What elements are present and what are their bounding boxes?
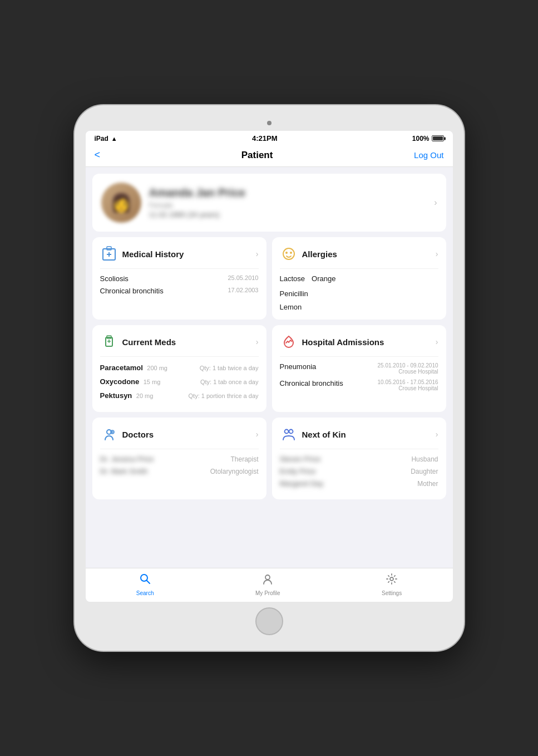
patient-dob: 11.02.1989 (34 years) — [149, 210, 427, 219]
condition-label: Scoliosis — [100, 274, 129, 283]
tab-search[interactable]: Search — [136, 573, 154, 596]
logout-button[interactable]: Log Out — [414, 150, 443, 160]
admission-dates: 10.05.2016 - 17.05.2016 — [378, 379, 438, 385]
doctor-role: Otolaryngologist — [210, 468, 259, 475]
svg-point-4 — [283, 248, 294, 259]
next-of-kin-header: Next of Kin › — [280, 425, 438, 443]
patient-card[interactable]: 👩 Amanda Jan Price Female 11.02.1989 (34… — [92, 174, 446, 232]
search-icon — [139, 573, 151, 588]
page-title: Patient — [241, 150, 273, 161]
table-row: Margaret Day Mother — [280, 479, 438, 488]
ipad-frame: iPad ▲ 4:21PM 100% < Patient Log Out 👩 — [75, 105, 464, 651]
ipad-screen: iPad ▲ 4:21PM 100% < Patient Log Out 👩 — [86, 131, 453, 602]
table-row: Pneumonia 25.01.2010 - 09.02.2010 Crouse… — [280, 362, 438, 375]
camera — [267, 121, 272, 125]
svg-line-17 — [146, 581, 150, 584]
allergies-header: Allergies › — [280, 245, 438, 263]
condition-label: Chronical bronchitis — [100, 287, 164, 295]
allergies-card[interactable]: Allergies › Lactose Orange Penicillin Le… — [272, 237, 446, 320]
profile-icon — [261, 573, 274, 588]
next-of-kin-divider — [280, 449, 438, 449]
patient-name: Amanda Jan Price — [149, 186, 427, 199]
kin-name: Steven Price — [280, 455, 321, 463]
allergy-icon — [280, 245, 298, 263]
tab-settings[interactable]: Settings — [382, 573, 402, 596]
med-qty: Qty: 1 tab twice a day — [200, 365, 259, 371]
hospital-admissions-title: Hospital Admissions — [302, 337, 384, 347]
condition-date: 25.05.2010 — [228, 274, 258, 281]
list-item: Orange — [312, 274, 335, 283]
nav-bar: < Patient Log Out — [86, 145, 453, 167]
next-of-kin-title: Next of Kin — [302, 430, 346, 439]
table-row: Chronical bronchitis 10.05.2016 - 17.05.… — [280, 379, 438, 391]
svg-point-6 — [290, 252, 292, 254]
patient-chevron-icon: › — [434, 198, 437, 208]
med-dose: 20 mg — [136, 392, 154, 399]
list-item: Penicillin — [280, 289, 308, 298]
kin-name: Emily Price — [280, 467, 316, 475]
home-button[interactable] — [255, 607, 283, 635]
patient-gender: Female — [149, 201, 427, 209]
back-button[interactable]: < — [95, 149, 101, 161]
current-meds-card[interactable]: Current Meds › Paracetamol 200 mg Qty: 1… — [92, 325, 266, 412]
doctors-title: Doctors — [122, 430, 154, 439]
medical-history-divider — [100, 268, 259, 269]
medical-history-card[interactable]: Medical History › Scoliosis 25.05.2010 C… — [92, 237, 266, 320]
condition-date: 17.02.2003 — [228, 287, 258, 293]
table-row: Paracetamol 200 mg Qty: 1 tab twice a da… — [100, 362, 259, 372]
medical-history-title: Medical History — [122, 249, 184, 259]
next-of-kin-chevron-icon: › — [436, 430, 438, 439]
med-dose: 15 mg — [144, 379, 161, 385]
med-qty: Qty: 1 portion thrice a day — [189, 392, 259, 399]
svg-point-15 — [289, 430, 293, 434]
cards-row-3: Doctors › Dr. Jessica Price Therapist Dr… — [92, 418, 446, 499]
time-display: 4:21PM — [252, 134, 278, 143]
med-dose: 200 mg — [147, 365, 167, 371]
admission-condition: Pneumonia — [280, 362, 317, 371]
med-name: Pektusyn — [100, 391, 132, 400]
tab-bar: Search My Profile Settin — [86, 568, 453, 602]
current-meds-title: Current Meds — [122, 337, 176, 347]
table-row: Steven Price Husband — [280, 455, 438, 463]
table-row: Dr. Jessica Price Therapist — [100, 455, 259, 463]
doctors-header: Doctors › — [100, 425, 259, 443]
avatar: 👩 — [101, 183, 141, 223]
table-row: Chronical bronchitis 17.02.2003 — [100, 287, 259, 295]
tab-my-profile[interactable]: My Profile — [255, 573, 280, 596]
list-item: Lactose — [280, 274, 305, 283]
hospital-admissions-header: Hospital Admissions › — [280, 333, 438, 351]
med-name: Oxycodone — [100, 377, 140, 386]
doctor-name: Dr. Jessica Price — [100, 455, 154, 463]
current-meds-chevron-icon: › — [256, 337, 259, 346]
cards-row-2: Current Meds › Paracetamol 200 mg Qty: 1… — [92, 325, 446, 412]
tab-settings-label: Settings — [382, 590, 402, 596]
kin-relation: Mother — [417, 480, 438, 488]
hospital-admissions-divider — [280, 356, 438, 357]
allergies-chevron-icon: › — [436, 249, 438, 258]
doctors-icon — [100, 425, 118, 443]
current-meds-divider — [100, 356, 259, 357]
wifi-icon: ▲ — [111, 135, 117, 142]
svg-point-19 — [390, 577, 393, 581]
admission-hospital: Crouse Hospital — [378, 385, 438, 391]
kin-relation: Husband — [411, 455, 438, 463]
table-row: Pektusyn 20 mg Qty: 1 portion thrice a d… — [100, 390, 259, 400]
hospital-admissions-chevron-icon: › — [436, 337, 438, 346]
med-qty: Qty: 1 tab once a day — [200, 379, 259, 385]
kin-icon — [280, 425, 298, 443]
battery-label: 100% — [412, 135, 430, 143]
table-row: Oxycodone 15 mg Qty: 1 tab once a day — [100, 376, 259, 386]
next-of-kin-card[interactable]: Next of Kin › Steven Price Husband Emily… — [272, 418, 446, 499]
doctors-card[interactable]: Doctors › Dr. Jessica Price Therapist Dr… — [92, 418, 266, 499]
admission-hospital: Crouse Hospital — [378, 369, 438, 375]
battery-icon — [432, 135, 444, 141]
doctors-chevron-icon: › — [256, 430, 259, 439]
table-row: Scoliosis 25.05.2010 — [100, 274, 259, 283]
hospital-admissions-card[interactable]: Hospital Admissions › Pneumonia 25.01.20… — [272, 325, 446, 412]
patient-info: Amanda Jan Price Female 11.02.1989 (34 y… — [149, 186, 427, 219]
admission-condition: Chronical bronchitis — [280, 379, 343, 387]
doctors-divider — [100, 449, 259, 449]
table-row: Emily Price Daughter — [280, 467, 438, 475]
kin-relation: Daughter — [411, 468, 438, 475]
allergies-divider — [280, 268, 438, 269]
